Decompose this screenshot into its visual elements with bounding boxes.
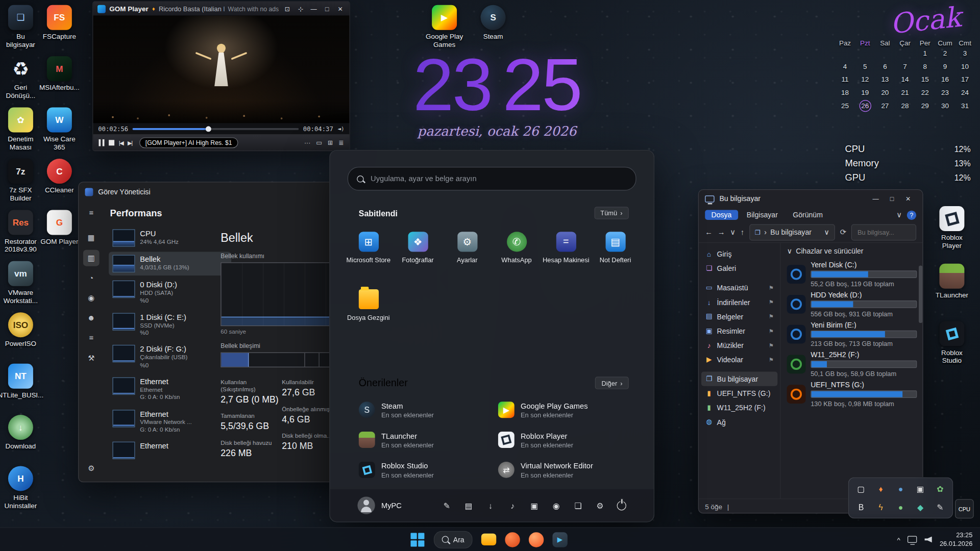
recommended-item[interactable]: Roblox Player En son eklenenler <box>492 425 631 454</box>
start-search-box[interactable] <box>348 167 636 191</box>
performance-list-item[interactable]: 2 Diski (F: G:) Çıkarılabilir (USB) %0 <box>109 342 231 372</box>
menu-item[interactable]: Görünüm <box>787 210 829 220</box>
start-footer-icon[interactable]: ❏ <box>573 500 583 510</box>
chevron-down-icon[interactable]: ∨ <box>824 228 829 237</box>
recommended-item[interactable]: S Steam En son eklenenler <box>353 395 492 424</box>
desktop-icon[interactable]: 7z 7z SFX Builder <box>1 159 40 204</box>
desktop-icon[interactable]: G GOM Player <box>40 210 79 255</box>
taskbar-clock[interactable]: 23:25 26.01.2026 <box>940 531 972 548</box>
performance-list-item[interactable]: 0 Diski (D:) HDD (SATA) %0 <box>109 278 231 308</box>
close-button[interactable]: ✕ <box>900 195 916 202</box>
performance-list-item[interactable]: Bellek 4,0/31,6 GB (13%) <box>109 252 231 276</box>
taskbar-app-icon[interactable] <box>526 530 546 549</box>
taskbar-app-icon[interactable] <box>502 530 522 549</box>
refresh-icon[interactable]: ⟳ <box>840 228 846 237</box>
tray-overflow-icon[interactable]: ^ <box>897 536 900 543</box>
rail-nav-icon[interactable]: ⚒ <box>83 350 100 366</box>
sidebar-item[interactable]: ❏ Galeri <box>701 261 777 276</box>
chevron-down-icon[interactable]: ∨ <box>896 211 902 219</box>
quick-tool-icon[interactable]: ϟ <box>874 500 888 514</box>
pinned-app[interactable]: ❖ Fotoğraflar <box>393 227 443 284</box>
quick-tool-icon[interactable]: ✿ <box>933 482 947 495</box>
sidebar-item[interactable]: ❐ Bu bilgisayar <box>701 372 777 386</box>
quick-tool-icon[interactable]: ✎ <box>933 500 947 514</box>
minimize-button[interactable]: — <box>868 195 884 202</box>
sidebar-item[interactable]: ▮ UEFI_NTFS (G:) <box>701 386 777 400</box>
quick-tool-icon[interactable]: ● <box>894 500 908 514</box>
user-avatar[interactable] <box>357 496 375 514</box>
rail-nav-icon[interactable]: ≡ <box>83 330 100 346</box>
pinned-app[interactable]: ⚙ Ayarlar <box>443 227 492 284</box>
power-button[interactable] <box>617 500 626 510</box>
video-area[interactable] <box>93 16 349 123</box>
help-icon[interactable]: ? <box>907 210 916 219</box>
grid-icon[interactable]: ⊞ <box>328 139 333 146</box>
rail-nav-icon[interactable]: ☻ <box>83 310 100 326</box>
desktop-icon[interactable]: Roblox Studio <box>933 321 971 366</box>
desktop-icon[interactable]: C CCleaner <box>40 159 79 204</box>
user-name[interactable]: MyPC <box>381 501 402 510</box>
taskbar-search[interactable]: Ara <box>434 531 473 548</box>
pinned-app[interactable]: ▤ Not Defteri <box>591 227 640 284</box>
start-footer-icon[interactable]: ▣ <box>529 500 540 510</box>
start-search-input[interactable] <box>370 173 627 184</box>
performance-list-item[interactable]: Ethernet Ethernet G: 0 A: 0 Kb/sn <box>109 374 231 405</box>
performance-list-item[interactable]: 1 Diski (C: E:) SSD (NVMe) %0 <box>109 310 231 340</box>
start-footer-icon[interactable]: ▤ <box>464 500 474 510</box>
performance-list-item[interactable]: Ethernet <box>109 439 231 463</box>
more-options-icon[interactable]: ··· <box>304 139 310 146</box>
sidebar-item[interactable]: ▮ W11_25H2 (F:) <box>701 400 777 415</box>
performance-list-item[interactable]: Ethernet VMware Network ... G: 0 A: 0 Kb… <box>109 407 231 437</box>
desktop-icon[interactable]: ✿ Denetim Masası <box>1 108 40 153</box>
sidebar-item[interactable]: ▶ Videolar ⚑ <box>701 353 777 367</box>
more-button[interactable]: Diğer› <box>595 377 629 389</box>
quick-tool-icon[interactable]: ▣ <box>914 482 927 495</box>
menu-item[interactable]: Dosya <box>705 210 738 220</box>
desktop-icon[interactable]: ↓ Download <box>1 415 40 460</box>
recommended-item[interactable]: TLauncher En son eklenenler <box>353 425 492 454</box>
maximize-button[interactable]: □ <box>322 5 332 12</box>
recommended-item[interactable]: Roblox Studio En son eklenenler <box>353 456 492 484</box>
explorer-search-input[interactable] <box>856 228 912 237</box>
quick-tool-icon[interactable]: ▢ <box>854 482 868 495</box>
gom-titlebar[interactable]: GOM Player ♦ Ricordo Basta (Italian E Wa… <box>93 2 349 16</box>
desktop-icon[interactable]: ♻ Geri Dönüşü... <box>1 56 40 102</box>
pinned-app[interactable]: ⊞ Microsoft Store <box>344 227 393 284</box>
desktop-icon[interactable]: TLauncher <box>933 264 971 309</box>
desktop-icon[interactable]: ▶ Google Play Games <box>424 5 465 51</box>
rail-nav-icon[interactable]: ▥ <box>83 250 100 266</box>
desktop-icon[interactable]: Roblox Player <box>933 206 971 252</box>
breadcrumb[interactable]: Bu bilgisayar <box>770 229 812 236</box>
explorer-search-box[interactable] <box>851 224 916 241</box>
panel-icon[interactable]: ⊡ <box>283 5 292 12</box>
sidebar-item[interactable]: ▤ Belgeler ⚑ <box>701 309 777 323</box>
seek-bar[interactable] <box>133 128 299 130</box>
start-footer-icon[interactable]: ⚙ <box>595 500 605 510</box>
volume-tray-icon[interactable] <box>925 536 933 542</box>
scrollbar-thumb[interactable] <box>919 265 922 323</box>
quick-tool-icon[interactable]: ◆ <box>914 500 927 514</box>
drive-row[interactable]: UEFI_NTFS (G:) 130 KB boş, 0,98 MB topla… <box>787 381 917 408</box>
settings-gear-icon[interactable]: ⚙ <box>83 460 100 477</box>
pinned-app[interactable]: = Hesap Makinesi <box>541 227 591 284</box>
stop-button[interactable] <box>109 140 114 145</box>
chevron-down-icon[interactable]: ∨ <box>730 228 736 237</box>
up-icon[interactable]: ↑ <box>741 228 744 237</box>
recommended-item[interactable]: ▶ Google Play Games En son eklenenler <box>492 395 631 424</box>
gom-ad-link[interactable]: Watch with no ads <box>228 5 279 12</box>
gom-plus-banner[interactable]: [GOM Player+] AI High Res. $1 <box>139 137 238 148</box>
rail-nav-icon[interactable]: ▦ <box>83 230 100 246</box>
start-footer-icon[interactable]: ↓ <box>485 500 496 510</box>
sidebar-item[interactable]: ↓ İndirilenler ⚑ <box>701 295 777 309</box>
desktop-icon[interactable]: vm VMware Workstati... <box>1 261 40 307</box>
playlist-icon[interactable]: ≣ <box>338 139 344 146</box>
forward-icon[interactable]: → <box>718 228 725 237</box>
rail-nav-icon[interactable]: ◉ <box>83 290 100 306</box>
desktop-icon[interactable]: NT NTLite_BUSI... <box>1 364 40 409</box>
start-footer-icon[interactable]: ◉ <box>551 500 561 510</box>
cpu-widget-tile[interactable]: CPU <box>955 499 974 518</box>
menu-item[interactable]: Bilgisayar <box>741 210 785 220</box>
sidebar-item[interactable]: ◍ Ağ <box>701 415 777 429</box>
volume-icon[interactable]: ◄) <box>337 126 344 132</box>
desktop-icon[interactable]: Res Restorator 2018v3.90 <box>1 210 40 255</box>
